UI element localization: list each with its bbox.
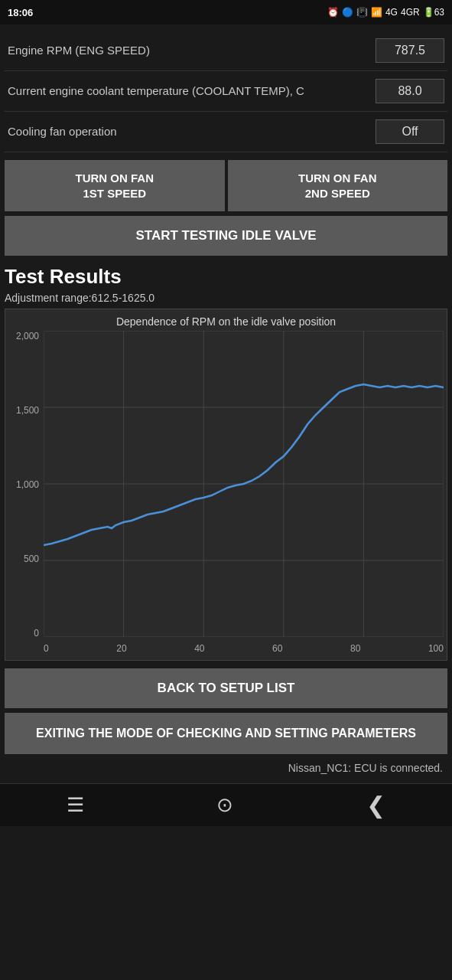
engine-rpm-label: Engine RPM (ENG SPEED) [8,43,376,58]
home-button[interactable]: ⊙ [201,787,249,823]
turn-on-fan-1st-button[interactable]: TURN ON FAN 1ST SPEED [5,160,225,211]
coolant-temp-label: Current engine coolant temperature (COOL… [8,83,376,99]
vibrate-icon: 📳 [356,7,368,18]
home-icon: ⊙ [216,793,233,816]
chart-title: Dependence of RPM on the idle valve posi… [8,315,444,328]
coolant-temp-value: 88.0 [376,79,444,103]
y-label-0: 0 [34,628,39,639]
engine-rpm-value: 787.5 [376,38,444,63]
cooling-fan-value: Off [376,119,444,144]
test-results-title: Test Results [5,265,447,289]
x-label-20: 20 [116,643,126,654]
connection-status: Nissan_NC1: ECU is connected. [5,759,447,777]
fan-buttons-row: TURN ON FAN 1ST SPEED TURN ON FAN 2ND SP… [5,160,447,211]
status-icons: ⏰ 🔵 📳 📶 4G 4GR 🔋63 [327,7,444,18]
y-label-1000: 1,000 [16,479,39,490]
test-results-section: Test Results Adjustment range:612.5-1625… [5,265,447,661]
wifi-icon: 📶 [371,7,382,18]
bluetooth-icon: 🔵 [342,7,353,18]
cooling-fan-label: Cooling fan operation [8,124,376,139]
x-label-100: 100 [428,643,444,654]
x-label-0: 0 [44,643,49,654]
chart-and-xaxis: 0 20 40 60 80 100 [44,331,444,654]
y-label-2000: 2,000 [16,331,39,341]
y-label-500: 500 [24,554,39,564]
network-4g: 4G [385,7,398,18]
chart-svg-element [44,331,444,637]
menu-icon: ☰ [67,793,84,816]
x-label-60: 60 [272,643,282,654]
back-button[interactable]: ❮ [351,786,401,825]
nav-bar: ☰ ⊙ ❮ [0,783,452,826]
status-bar: 18:06 ⏰ 🔵 📳 📶 4G 4GR 🔋63 [0,0,452,24]
adjustment-range: Adjustment range:612.5-1625.0 [5,292,447,304]
back-to-setup-list-button[interactable]: BACK TO SETUP LIST [5,668,447,708]
main-content: Engine RPM (ENG SPEED) 787.5 Current eng… [0,24,452,783]
network-4gr: 4GR [401,7,420,18]
engine-rpm-row: Engine RPM (ENG SPEED) 787.5 [5,31,447,71]
x-label-40: 40 [194,643,204,654]
status-time: 18:06 [8,7,33,18]
coolant-temp-row: Current engine coolant temperature (COOL… [5,71,447,112]
battery-icon: 🔋63 [423,7,444,18]
exit-mode-button[interactable]: EXITING THE MODE OF CHECKING AND SETTING… [5,713,447,754]
chart-svg [44,331,444,640]
y-label-1500: 1,500 [16,405,39,416]
back-icon: ❮ [366,792,385,818]
alarm-icon: ⏰ [327,7,339,18]
y-axis: 2,000 1,500 1,000 500 0 [8,331,44,654]
turn-on-fan-2nd-button[interactable]: TURN ON FAN 2ND SPEED [228,160,448,211]
start-testing-idle-valve-button[interactable]: START TESTING IDLE VALVE [5,216,447,256]
cooling-fan-row: Cooling fan operation Off [5,112,447,152]
x-label-80: 80 [350,643,360,654]
chart-inner: 2,000 1,500 1,000 500 0 [8,331,444,654]
x-axis: 0 20 40 60 80 100 [44,640,444,654]
rpm-chart: Dependence of RPM on the idle valve posi… [5,309,447,661]
menu-button[interactable]: ☰ [51,787,99,823]
